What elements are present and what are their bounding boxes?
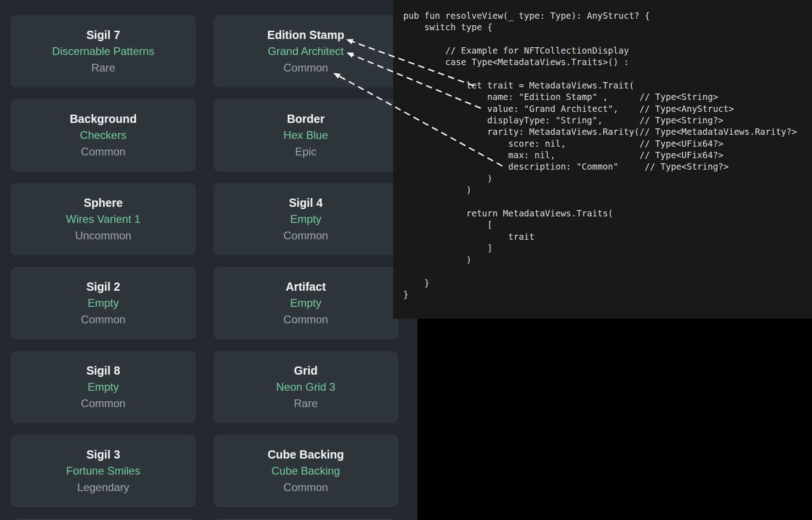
trait-name: Border bbox=[287, 111, 325, 127]
trait-value: Empty bbox=[290, 295, 321, 311]
trait-card-grid: Grid Neon Grid 3 Rare bbox=[213, 351, 398, 423]
trait-value: Fortune Smiles bbox=[66, 463, 140, 479]
trait-name: Edition Stamp bbox=[267, 27, 344, 43]
trait-value: Grand Architect bbox=[268, 43, 344, 60]
trait-name: Sigil 3 bbox=[86, 446, 120, 463]
cadence-code: pub fun resolveView(_ type: Type): AnySt… bbox=[393, 0, 812, 301]
trait-rarity: Common bbox=[284, 479, 328, 496]
screenshot-canvas: Sigil 7 Discernable Patterns Rare Editio… bbox=[0, 0, 812, 520]
trait-value: Cube Backing bbox=[272, 463, 340, 479]
trait-value: Empty bbox=[88, 295, 119, 311]
trait-name: Grid bbox=[294, 362, 317, 379]
trait-card-sigil-8: Sigil 8 Empty Common bbox=[11, 351, 196, 423]
trait-rarity: Common bbox=[81, 311, 125, 328]
trait-value: Checkers bbox=[80, 127, 126, 144]
trait-name: Sigil 7 bbox=[86, 27, 120, 43]
trait-rarity: Common bbox=[81, 395, 125, 412]
trait-rarity: Common bbox=[81, 144, 125, 160]
trait-value: Empty bbox=[290, 211, 321, 227]
trait-value: Empty bbox=[88, 379, 119, 395]
trait-rarity: Common bbox=[284, 311, 328, 328]
trait-name: Sigil 4 bbox=[289, 194, 323, 211]
trait-rarity: Rare bbox=[91, 60, 115, 76]
trait-value: Discernable Patterns bbox=[52, 43, 155, 60]
trait-rarity: Rare bbox=[294, 395, 317, 412]
trait-card-sigil-7: Sigil 7 Discernable Patterns Rare bbox=[11, 15, 196, 88]
trait-card-sigil-4: Sigil 4 Empty Common bbox=[213, 183, 398, 255]
trait-value: Wires Varient 1 bbox=[66, 211, 140, 227]
traits-grid: Sigil 7 Discernable Patterns Rare Editio… bbox=[11, 15, 398, 520]
trait-value: Hex Blue bbox=[284, 127, 328, 144]
trait-name: Artifact bbox=[286, 278, 326, 295]
trait-name: Sigil 8 bbox=[86, 362, 120, 379]
trait-rarity: Legendary bbox=[77, 479, 129, 496]
trait-card-edition-stamp: Edition Stamp Grand Architect Common bbox=[213, 15, 398, 88]
trait-card-artifact: Artifact Empty Common bbox=[213, 267, 398, 339]
trait-value: Neon Grid 3 bbox=[276, 379, 335, 395]
trait-rarity: Epic bbox=[295, 144, 317, 160]
trait-card-sigil-3: Sigil 3 Fortune Smiles Legendary bbox=[11, 435, 196, 507]
trait-card-background: Background Checkers Common bbox=[11, 99, 196, 171]
trait-card-border: Border Hex Blue Epic bbox=[213, 99, 398, 171]
trait-name: Cube Backing bbox=[267, 446, 344, 463]
trait-card-sigil-2: Sigil 2 Empty Common bbox=[11, 267, 196, 339]
traits-page: Sigil 7 Discernable Patterns Rare Editio… bbox=[0, 0, 417, 520]
trait-rarity: Common bbox=[284, 60, 328, 76]
trait-card-sphere: Sphere Wires Varient 1 Uncommon bbox=[11, 183, 196, 255]
trait-name: Sphere bbox=[84, 194, 123, 211]
trait-name: Sigil 2 bbox=[86, 278, 120, 295]
trait-rarity: Uncommon bbox=[75, 227, 132, 244]
code-snippet-panel: pub fun resolveView(_ type: Type): AnySt… bbox=[393, 0, 812, 319]
trait-card-cube-backing: Cube Backing Cube Backing Common bbox=[213, 435, 398, 507]
trait-name: Background bbox=[70, 111, 137, 127]
trait-rarity: Common bbox=[284, 227, 328, 244]
